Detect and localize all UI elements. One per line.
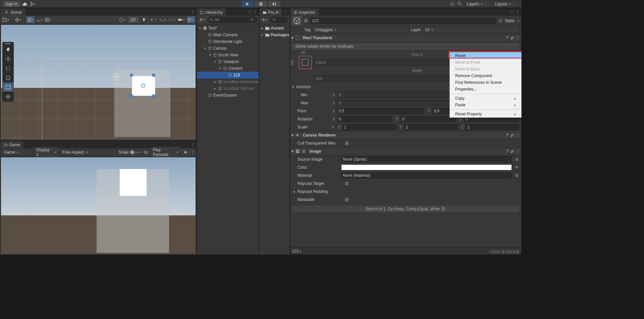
static-checkbox[interactable] [498,18,503,23]
context-menu-item[interactable]: Properties... [450,86,521,93]
layers-dropdown[interactable]: Layers [465,1,491,7]
rect-handle[interactable] [130,73,133,77]
scale-y[interactable] [404,124,458,130]
lock-icon[interactable]: ⬚ [278,10,282,14]
render-mode-button[interactable] [118,16,126,23]
help-icon[interactable]: ? [506,133,508,138]
anchor-gizmo[interactable] [110,72,120,82]
tree-row[interactable]: ▸Packages [259,32,289,38]
transform-tool[interactable] [3,92,13,101]
active-checkbox[interactable] [304,18,308,23]
context-menu-item[interactable]: Reset Property [450,111,521,117]
maskable-checkbox[interactable] [344,197,349,202]
version-control-icon[interactable] [30,1,35,7]
search-icon[interactable] [457,1,463,7]
visibility-button[interactable] [168,16,176,23]
move-tool[interactable] [3,54,13,64]
tree-row[interactable]: 123 [197,72,259,78]
mute-button[interactable] [182,149,190,156]
scene-view[interactable] [1,25,196,140]
tree-row[interactable]: ▾Scroll View [197,52,259,58]
draw-mode-button[interactable] [2,16,10,23]
step-button[interactable] [268,1,280,7]
hierarchy-search[interactable]: All [208,17,258,23]
tree-row[interactable]: ▾Canvas [197,45,259,52]
image-enabled-checkbox[interactable] [302,149,306,154]
help-icon[interactable]: ? [506,36,508,40]
cloud-icon[interactable] [22,1,28,7]
rect-handle[interactable] [152,73,155,77]
canvas-renderer-header[interactable]: ▾👁 Canvas Renderer ? ⇄ ⋮ [290,131,521,139]
tree-row[interactable]: ▸Scrollbar Horizontal [197,78,259,85]
shading-button[interactable] [14,16,22,23]
preset-icon[interactable]: ⇄ [511,133,514,138]
hand-tool[interactable] [3,45,13,54]
preset-icon[interactable]: ⇄ [511,36,514,40]
tree-row[interactable]: ▸Assets [259,25,289,32]
context-menu-item[interactable]: Paste [450,102,521,108]
lock-icon[interactable]: ⬚ [248,10,251,14]
sign-in-button[interactable]: Sign in [3,1,20,7]
rotate-tool[interactable] [3,64,13,73]
component-menu-icon[interactable]: ⋮ [516,149,520,154]
play-button[interactable] [241,1,254,7]
preview-bar[interactable]: 123 [290,247,521,255]
tree-row[interactable]: ▾Test* [197,25,259,32]
tree-row[interactable]: Directional Light [197,38,259,45]
component-menu-icon[interactable]: ⋮ [516,133,520,138]
color-field[interactable] [341,164,512,170]
scale-slider[interactable] [130,152,142,153]
create-button[interactable]: + [261,16,269,23]
hierarchy-tab[interactable]: Hierarchy [197,8,226,16]
snap-increment-button[interactable] [35,16,43,23]
material-field[interactable]: None (Material) [341,172,512,178]
scale-z[interactable] [466,124,519,130]
grid-snap-button[interactable] [26,16,35,23]
hierarchy-tree[interactable]: ▾Test*Main CameraDirectional Light▾Canva… [197,24,259,99]
rect-handle[interactable] [152,94,155,98]
tree-row[interactable]: ▾Viewport [197,58,259,65]
camera-button[interactable] [177,16,185,23]
anchor-preset-button[interactable] [299,56,312,69]
play-focused-dropdown[interactable]: Play Focused [151,147,181,158]
aspect-dropdown[interactable]: Free Aspect [60,149,117,156]
pivot-x[interactable] [337,108,424,114]
undo-history-icon[interactable] [450,1,455,7]
panel-menu-icon[interactable]: ⋮ [190,142,195,148]
project-search[interactable] [270,17,288,23]
component-context-menu[interactable]: ResetMove to FrontMove to BackRemove Com… [449,52,522,118]
object-picker-icon[interactable]: ⊙ [514,173,519,178]
pause-button[interactable] [255,1,267,7]
source-image-field[interactable]: None (Sprite) [341,156,512,162]
object-name-input[interactable] [310,18,496,24]
cull-checkbox[interactable] [344,141,349,146]
context-menu-item[interactable]: Find References In Scene [450,79,521,86]
gizmos-button[interactable] [187,16,195,23]
help-icon[interactable]: ? [506,149,508,154]
fx-button[interactable] [159,16,167,23]
display-dropdown[interactable]: Display 1 [34,147,59,158]
component-menu-icon[interactable]: ⋮ [516,36,520,40]
game-view[interactable] [1,157,196,254]
tag-dropdown[interactable]: Untagged [313,26,409,33]
tree-row[interactable]: EventSystem [197,92,259,99]
search-filter-icon[interactable] [250,17,255,22]
rect-handle[interactable] [130,94,133,98]
inspector-tab[interactable]: Inspector [290,8,319,16]
panel-menu-icon[interactable]: ⋮ [515,10,520,15]
image-header[interactable]: ▾🖼 Image ? ⇄ ⋮ [290,147,521,155]
audio-button[interactable] [149,16,157,23]
anchors-label[interactable]: Anchors [296,85,311,89]
pivot-handle[interactable] [141,84,145,88]
rot-x[interactable] [337,116,392,122]
create-button[interactable]: + [198,16,206,23]
game-device-dropdown[interactable]: Game [2,149,33,156]
context-menu-item[interactable]: Reset [450,52,521,59]
lighting-button[interactable] [140,16,148,23]
more-icon[interactable]: ⋮ [191,150,195,155]
game-tab[interactable]: Game [0,141,23,148]
layout-dropdown[interactable]: Layout [493,1,519,7]
panel-menu-icon[interactable]: ⋮ [253,10,257,15]
2d-button[interactable]: 2D [128,17,139,23]
object-picker-icon[interactable]: ⊙ [514,157,519,162]
